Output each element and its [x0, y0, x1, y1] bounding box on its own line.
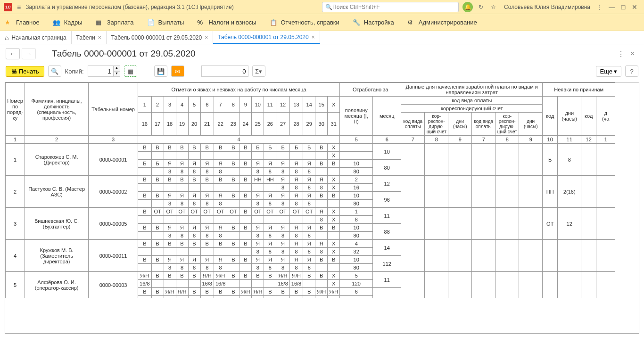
more-button[interactable]: Еще ▾ [596, 66, 621, 77]
people-icon [53, 19, 61, 26]
menu-settings[interactable]: Настройка [352, 17, 395, 28]
timesheet-grid: Номер по поряд-куФамилия, инициалы, долж… [5, 82, 615, 298]
minimize-button[interactable]: — [606, 3, 618, 11]
menu-reports[interactable]: Отчетность, справки [269, 17, 340, 28]
doc-icon [147, 19, 156, 26]
favorite-icon[interactable]: ☆ [488, 2, 498, 12]
numeric-input[interactable] [201, 65, 248, 77]
search-icon: 🔍 [325, 4, 332, 10]
help-button[interactable]: ? [625, 65, 638, 77]
user-name: Соловьева Юлия Владимировна [504, 4, 590, 10]
calc-icon [96, 19, 104, 26]
menu-hr[interactable]: Кадры [52, 17, 83, 28]
main-menu: Главное Кадры Зарплата Выплаты Налоги и … [0, 14, 644, 31]
menu-salary[interactable]: Зарплата [95, 17, 135, 28]
page-close[interactable]: × [627, 48, 638, 60]
email-button[interactable]: ✉ [171, 65, 184, 77]
menu-admin[interactable]: Администрирование [406, 17, 478, 28]
copies-input[interactable] [88, 65, 114, 77]
page-title: Табель 0000-000001 от 29.05.2020 [52, 49, 196, 59]
close-icon[interactable]: × [312, 34, 315, 41]
wrench-icon [353, 19, 361, 26]
close-icon[interactable]: × [98, 34, 101, 41]
star-icon [5, 19, 13, 26]
notification-bell[interactable]: 🔔 [462, 2, 473, 12]
tabs-row: Начальная страница Табели× Табель 0000-0… [0, 31, 644, 44]
menu-icon[interactable]: ⋮ [594, 2, 604, 12]
percent-icon [197, 19, 206, 26]
grid-button[interactable]: ▦ [124, 65, 137, 77]
app-title: Зарплата и управление персоналом (базова… [25, 4, 234, 10]
tab-home[interactable]: Начальная страница [0, 31, 72, 44]
forward-button[interactable]: → [22, 48, 36, 59]
gear-icon [407, 19, 416, 26]
copies-spinner[interactable]: ▲▼ [114, 65, 120, 77]
preview-button[interactable]: 🔍 [48, 65, 61, 77]
menu-taxes[interactable]: Налоги и взносы [196, 17, 257, 28]
title-bar: 1C ≡ Зарплата и управление персоналом (б… [0, 0, 644, 14]
page-header: ← → Табель 0000-000001 от 29.05.2020 ⋮ × [0, 44, 644, 63]
save-button[interactable]: 💾 [154, 65, 167, 77]
toolbar: 🖶Печать 🔍 Копий: ▲▼ ▦ 💾 ✉ Σ ▾ Еще ▾ ? [0, 63, 644, 79]
hamburger-icon[interactable]: ≡ [17, 3, 21, 11]
tab-tabel-1[interactable]: Табель 0000-000001 от 29.05.2020× [107, 31, 213, 44]
app-logo: 1C [4, 3, 12, 11]
close-icon[interactable]: × [205, 34, 208, 41]
more-actions[interactable]: ⋮ [615, 48, 627, 60]
print-button[interactable]: 🖶Печать [6, 66, 44, 77]
tab-tabeli[interactable]: Табели× [72, 31, 107, 44]
search-input[interactable] [332, 4, 455, 10]
search-box[interactable]: 🔍 [322, 2, 459, 12]
table-wrap[interactable]: Номер по поряд-куФамилия, инициалы, долж… [5, 82, 639, 334]
back-button[interactable]: ← [6, 48, 20, 59]
copies-label: Копий: [65, 68, 84, 75]
close-button[interactable]: ✕ [629, 3, 640, 11]
report-icon [270, 19, 278, 26]
tab-tabel-2[interactable]: Табель 0000-000001 от 29.05.2020× [213, 31, 320, 44]
sigma-button[interactable]: Σ ▾ [252, 65, 265, 77]
home-icon [5, 34, 8, 41]
menu-payments[interactable]: Выплаты [146, 17, 185, 28]
history-icon[interactable]: ↻ [476, 2, 486, 12]
maximize-button[interactable]: □ [618, 3, 629, 11]
menu-main[interactable]: Главное [4, 17, 41, 28]
printer-icon: 🖶 [11, 68, 17, 75]
